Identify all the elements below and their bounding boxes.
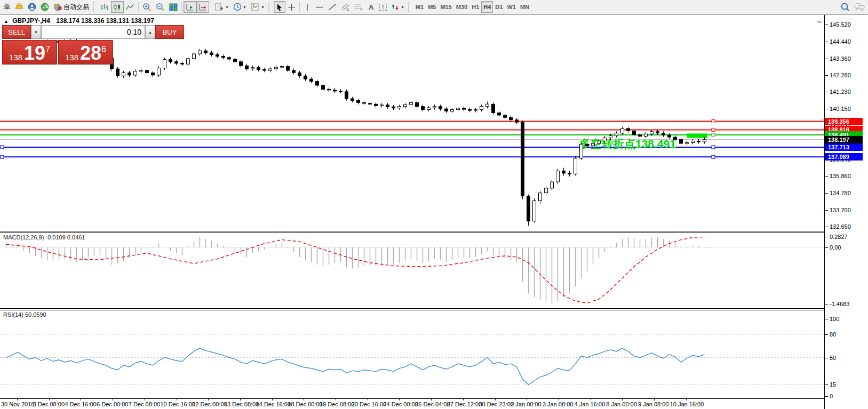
timeframe-d1[interactable]: D1 (493, 1, 505, 13)
vertical-line-button[interactable] (301, 1, 313, 13)
chart-candles-icon[interactable] (111, 1, 124, 13)
text-label-button[interactable]: T (377, 1, 389, 13)
timeframe-m1[interactable]: M1 (413, 1, 426, 13)
level-price-label: 137.713 (825, 143, 863, 151)
fibonacci-button[interactable]: F (352, 1, 365, 13)
gold-icon[interactable] (13, 1, 26, 13)
indicators-button[interactable]: ▼ (213, 1, 231, 13)
sell-price-button[interactable]: 138 19 7 (2, 40, 57, 65)
new-order-button[interactable]: 单 (1, 1, 13, 13)
panel-separator[interactable] (0, 308, 868, 310)
toolbar-separator (138, 2, 139, 12)
sell-price-big: 19 (24, 45, 45, 61)
level-price-label: 139.356 (825, 118, 863, 125)
chart-header: ▲ GBPJPY-,H4 138.174 138.336 138.131 138… (4, 17, 154, 25)
axis-tick-label: 80 (830, 331, 836, 338)
cursor-button[interactable] (274, 1, 285, 13)
line-handle[interactable] (712, 155, 715, 158)
axis-tick-label: 141.230 (830, 89, 851, 95)
toolbar-grip (268, 2, 272, 12)
macd-indicator-label: MACD(12,26,9) -0.0109 0.0461 (3, 234, 85, 240)
time-axis[interactable]: 30 Nov 20183 Dec 08:004 Dec 16:006 Dec 0… (0, 398, 824, 409)
toolbar-grip (408, 2, 412, 12)
buy-price-button[interactable]: 138 28 6 (58, 40, 113, 65)
channel-button[interactable]: E (339, 1, 352, 13)
time-axis-label: 24 Dec 00:00 (383, 401, 418, 407)
volume-increase-button[interactable]: ▲ (145, 25, 155, 39)
chart-symbol-title: GBPJPY-,H4 (12, 17, 50, 25)
price-axis[interactable]: 145.520144.440143.360142.280141.230140.1… (824, 15, 868, 409)
panel-collapse-icon[interactable]: ▲ (4, 19, 9, 24)
timeframe-h1[interactable]: H1 (469, 1, 481, 13)
rsi-panel[interactable] (0, 310, 824, 398)
timeframe-m15[interactable]: M15 (438, 1, 453, 13)
search-icon[interactable] (838, 1, 852, 13)
axis-tick-label: 132.650 (830, 223, 851, 230)
time-axis-label: 19 Dec 08:00 (320, 401, 354, 407)
chart-bars-icon[interactable] (98, 1, 111, 13)
top-toolbar: 单 自动交易 ▼ ▼ ▼ E F A T ▼ M1M5M15M30H1H4D1W… (0, 0, 868, 14)
axis-tick-label: 15 (830, 381, 836, 388)
community-icon[interactable] (26, 1, 38, 13)
horizontal-line-button[interactable] (313, 1, 326, 13)
zoom-out-icon[interactable] (154, 1, 167, 13)
toolbar-separator (181, 2, 182, 12)
sell-button[interactable]: SELL (2, 25, 31, 39)
signals-icon[interactable] (38, 1, 51, 13)
line-handle[interactable] (712, 133, 715, 137)
dropdown-arrow-icon: ▼ (243, 5, 246, 9)
auto-scroll-icon[interactable] (184, 1, 196, 13)
price-shift-marker[interactable]: ◂▴ (817, 19, 822, 24)
time-axis-label: 10 Jan 16:00 (670, 401, 704, 407)
auto-trading-button[interactable]: 自动交易 (51, 1, 91, 13)
volume-input[interactable] (41, 25, 145, 39)
timeframe-mn[interactable]: MN (518, 1, 531, 13)
text-button[interactable]: A (365, 1, 377, 13)
line-handle[interactable] (1, 146, 4, 149)
line-handle[interactable] (1, 155, 4, 158)
time-axis-label: 4 Dec 16:00 (65, 401, 96, 407)
chat-icon[interactable] (852, 1, 867, 13)
new-order-label: 单 (4, 2, 11, 12)
time-axis-label: 7 Dec 08:00 (129, 401, 160, 407)
sell-price-head: 138 (9, 53, 22, 61)
line-handle[interactable] (712, 120, 715, 123)
axis-tick-label: 135.860 (830, 173, 851, 179)
time-axis-label: 6 Dec 00:00 (97, 401, 128, 407)
templates-button[interactable]: ▼ (249, 1, 267, 13)
chart-line-icon[interactable] (124, 1, 137, 13)
tile-windows-icon[interactable] (167, 1, 180, 13)
chart-shift-icon[interactable] (196, 1, 209, 13)
axis-tick-label: 0 (830, 393, 833, 399)
timeframe-m5[interactable]: M5 (426, 1, 438, 13)
timeframe-toolbar: M1M5M15M30H1H4D1W1MN (413, 1, 531, 13)
highlight-rect[interactable] (687, 133, 707, 138)
time-axis-label: 4 Jan 16:00 (575, 401, 606, 407)
chart-ohlc-values: 138.174 138.336 138.131 138.197 (56, 17, 154, 25)
trendline-button[interactable] (326, 1, 339, 13)
timeframe-h4[interactable]: H4 (481, 1, 493, 13)
axis-tick-label: 133.700 (830, 207, 851, 213)
time-axis-label: 2 Jan 00:00 (511, 401, 541, 407)
time-axis-label: 30 Dec 23:00 (479, 401, 514, 407)
level-price-label: 137.089 (825, 153, 863, 161)
toolbar-grip (93, 2, 97, 12)
panel-separator[interactable] (0, 231, 868, 233)
arrows-button[interactable]: ▼ (389, 1, 407, 13)
buy-price-big: 28 (80, 45, 101, 61)
main-price-chart[interactable]: 多空转折点138.491 (0, 15, 824, 231)
macd-panel[interactable] (0, 233, 824, 308)
timeframe-m30[interactable]: M30 (454, 1, 469, 13)
line-handle[interactable] (712, 128, 715, 131)
dropdown-arrow-icon: ▼ (225, 5, 229, 9)
periods-button[interactable]: ▼ (231, 1, 249, 13)
toolbar-separator (299, 2, 300, 12)
zoom-in-icon[interactable] (140, 1, 154, 13)
buy-price-head: 138 (65, 53, 78, 61)
crosshair-button[interactable] (285, 1, 298, 13)
toolbar-separator (211, 2, 211, 12)
volume-decrease-button[interactable]: ▼ (31, 25, 41, 39)
buy-button[interactable]: BUY (155, 25, 184, 39)
line-handle[interactable] (712, 146, 715, 149)
timeframe-w1[interactable]: W1 (505, 1, 518, 13)
